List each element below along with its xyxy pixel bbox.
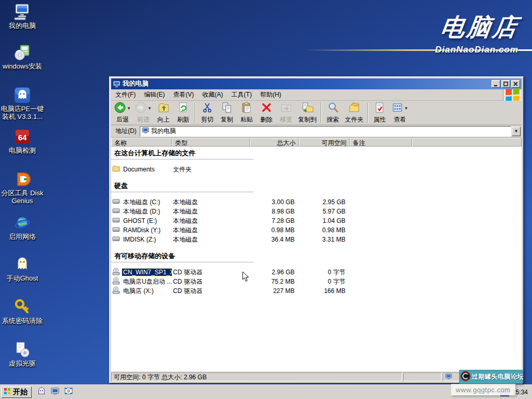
copyto-icon bbox=[302, 102, 313, 115]
group-title: 有可移动存储的设备 bbox=[111, 251, 254, 262]
list-item[interactable]: RAMDisk (Y:)本地磁盘0.98 MB0.98 MB bbox=[111, 225, 522, 235]
item-free-space: 166 MB bbox=[299, 287, 350, 295]
cd-icon bbox=[112, 268, 122, 277]
windows-install-icon bbox=[14, 44, 31, 61]
item-type: 本地磁盘 bbox=[172, 198, 250, 207]
cd-icon bbox=[112, 286, 122, 296]
toolbar-properties-button[interactable]: 属性 bbox=[370, 101, 390, 125]
toolbar-button-label: 删除 bbox=[260, 115, 273, 124]
list-item[interactable]: 本地磁盘 (C:)本地磁盘3.00 GB2.95 GB bbox=[111, 197, 522, 207]
desktop-icon-windows-install[interactable]: windows安装 bbox=[0, 44, 45, 70]
item-name-cell[interactable]: GHOST (E:) bbox=[111, 216, 172, 225]
menu-item[interactable]: 帮助(H) bbox=[256, 89, 286, 101]
toolbar-button-label: 向上 bbox=[157, 115, 170, 124]
desktop-icon-ghost[interactable]: 手动Ghost bbox=[0, 256, 45, 282]
toolbar-folders-button[interactable]: 文件夹 bbox=[343, 101, 366, 125]
item-type: 文件夹 bbox=[172, 165, 250, 174]
desktop-icon-diskgenius[interactable]: 分区工具 DiskGenius bbox=[0, 170, 45, 205]
hdd-icon bbox=[112, 225, 122, 235]
toolbar-button-label: 剪切 bbox=[201, 115, 214, 124]
search-icon bbox=[327, 102, 339, 115]
dropdown-arrow-icon[interactable]: ▼ bbox=[148, 106, 152, 111]
hdd-icon bbox=[112, 235, 122, 244]
item-name-cell[interactable]: 电脑店 (X:) bbox=[111, 286, 172, 296]
toolbar-paste-button[interactable]: 粘贴 bbox=[237, 101, 257, 125]
address-value: 我的电脑 bbox=[151, 127, 511, 136]
list-item[interactable]: 电脑店U盘启动 ...CD 驱动器75.2 MB0 字节 bbox=[111, 277, 522, 286]
item-free-space: 2.95 GB bbox=[299, 198, 350, 206]
copy-icon bbox=[221, 102, 233, 115]
desktop-icon-label: 虚拟光驱 bbox=[0, 360, 45, 367]
address-bar: 地址(D) 我的电脑 ▼ bbox=[111, 125, 522, 138]
item-name-cell[interactable]: RAMDisk (Y:) bbox=[111, 225, 172, 235]
list-item[interactable]: Documents文件夹 bbox=[111, 165, 522, 174]
item-total-size: 36.4 MB bbox=[250, 236, 299, 243]
address-dropdown-icon[interactable]: ▼ bbox=[512, 127, 521, 136]
column-header[interactable]: 备注 bbox=[350, 138, 412, 147]
delete-icon bbox=[261, 102, 272, 115]
column-header[interactable]: 总大小 bbox=[250, 138, 299, 147]
item-total-size: 2.96 GB bbox=[250, 269, 299, 276]
desktop-icon-label: 电脑店PE一键装机 V3.3.1... bbox=[0, 105, 45, 121]
list-item[interactable]: IMDISK (Z:)本地磁盘36.4 MB3.31 MB bbox=[111, 235, 522, 244]
item-free-space: 0 字节 bbox=[299, 277, 350, 286]
item-name-cell[interactable]: 本地磁盘 (D:) bbox=[111, 207, 172, 216]
item-name-cell[interactable]: 本地磁盘 (C:) bbox=[111, 197, 172, 207]
dropdown-arrow-icon[interactable]: ▼ bbox=[127, 106, 131, 111]
desktop-icon-virtual-cd[interactable]: 虚拟光驱 bbox=[0, 341, 45, 367]
menu-item[interactable]: 收藏(A) bbox=[198, 89, 227, 101]
diskgenius-icon bbox=[14, 170, 31, 188]
move-icon bbox=[281, 102, 292, 115]
list-item[interactable]: 电脑店 (X:)CD 驱动器227 MB166 MB bbox=[111, 286, 522, 296]
title-bar[interactable]: 我的电脑 bbox=[111, 78, 522, 89]
desktop-icon-network[interactable]: 启用网络 bbox=[0, 214, 45, 241]
file-list: 在这台计算机上存储的文件Documents文件夹硬盘本地磁盘 (C:)本地磁盘3… bbox=[111, 147, 522, 371]
hdd-icon bbox=[112, 207, 122, 216]
item-name: Documents bbox=[122, 166, 156, 173]
minimize-button[interactable] bbox=[491, 80, 500, 88]
quick-launch-monitor-icon[interactable] bbox=[50, 387, 60, 398]
file-group: 有可移动存储的设备CN_WIN7_SP1_X...CD 驱动器2.96 GB0 … bbox=[111, 251, 522, 296]
desktop-icon-pe-ghost[interactable]: 电脑店PE一键装机 V3.3.1... bbox=[0, 86, 45, 121]
toolbar-copyto-button[interactable]: 复制到 bbox=[296, 101, 319, 125]
item-name-cell[interactable]: CN_WIN7_SP1_X... bbox=[111, 268, 172, 277]
column-header[interactable]: 类型 bbox=[172, 138, 250, 147]
start-button[interactable]: 开始 bbox=[1, 387, 32, 398]
toolbar-up-button[interactable]: 向上 bbox=[154, 101, 174, 125]
toolbar-cut-button[interactable]: 剪切 bbox=[197, 101, 217, 125]
toolbar-delete-button[interactable]: 删除 bbox=[257, 101, 276, 125]
address-combo[interactable]: 我的电脑 bbox=[140, 126, 511, 137]
desktop-icon-my-computer[interactable]: 我的电脑 bbox=[0, 3, 45, 30]
item-name-cell[interactable]: 电脑店U盘启动 ... bbox=[111, 277, 172, 286]
desktop-icon-detect64[interactable]: 64电脑检测 bbox=[0, 128, 45, 154]
menu-item[interactable]: 查看(V) bbox=[169, 89, 198, 101]
dropdown-arrow-icon[interactable]: ▼ bbox=[404, 106, 408, 111]
column-header[interactable]: 可用空间 bbox=[299, 138, 350, 147]
toolbar-back-button[interactable]: ▼后退 bbox=[112, 101, 133, 125]
toolbar-search-button[interactable]: 搜索 bbox=[323, 101, 343, 125]
item-name-cell[interactable]: Documents bbox=[111, 165, 172, 174]
item-type: CD 驱动器 bbox=[172, 277, 250, 286]
menu-item[interactable]: 工具(T) bbox=[227, 89, 256, 101]
menu-item[interactable]: 文件(F) bbox=[111, 89, 140, 101]
password-key-icon bbox=[14, 298, 31, 316]
toolbar-copy-button[interactable]: 复制 bbox=[217, 101, 237, 125]
toolbar-move-button: 移至 bbox=[276, 101, 296, 125]
refresh-icon bbox=[178, 102, 189, 115]
paste-icon bbox=[241, 102, 252, 115]
list-item[interactable]: 本地磁盘 (D:)本地磁盘8.98 GB5.97 GB bbox=[111, 207, 522, 216]
item-total-size: 227 MB bbox=[250, 287, 299, 295]
quick-launch-desktop-icon[interactable] bbox=[64, 387, 73, 398]
brand-logo: 电脑店 DianNaoDian.com bbox=[435, 11, 518, 55]
desktop-icon-password-key[interactable]: 系统密码清除 bbox=[0, 298, 45, 325]
item-name-cell[interactable]: IMDISK (Z:) bbox=[111, 235, 172, 244]
item-type: 本地磁盘 bbox=[172, 217, 250, 225]
menu-item[interactable]: 编辑(E) bbox=[140, 89, 169, 101]
quick-launch-ghost-icon[interactable] bbox=[37, 387, 46, 398]
toolbar-views-button[interactable]: ▼查看 bbox=[390, 101, 410, 125]
list-item[interactable]: CN_WIN7_SP1_X...CD 驱动器2.96 GB0 字节 bbox=[111, 268, 522, 277]
column-header[interactable]: 名称 bbox=[111, 138, 172, 147]
toolbar-refresh-button[interactable]: 刷新 bbox=[174, 101, 193, 125]
toolbar-button-label: 属性 bbox=[374, 115, 386, 124]
list-item[interactable]: GHOST (E:)本地磁盘7.28 GB1.04 GB bbox=[111, 216, 522, 225]
